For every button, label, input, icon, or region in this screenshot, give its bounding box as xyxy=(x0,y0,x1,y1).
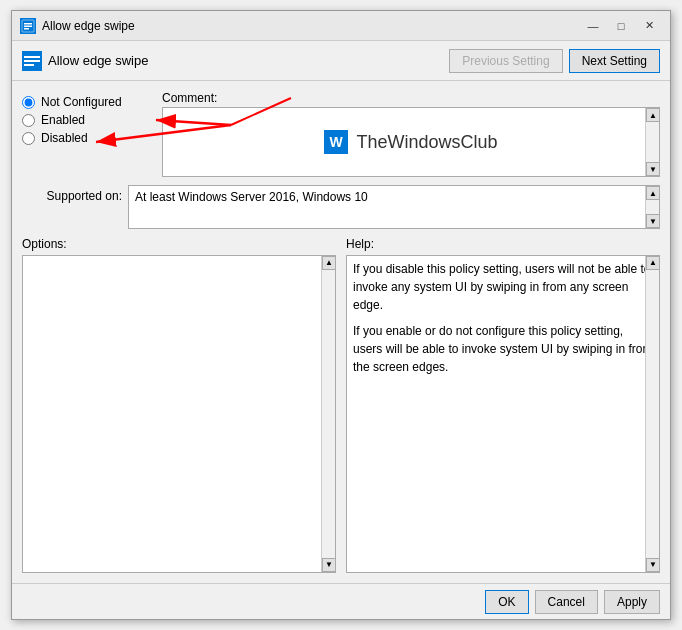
scroll-down-arrow3[interactable]: ▼ xyxy=(322,558,336,572)
options-label: Options: xyxy=(22,237,336,251)
radio-enabled[interactable]: Enabled xyxy=(22,113,152,127)
svg-rect-5 xyxy=(24,56,40,58)
radio-not-configured-input[interactable] xyxy=(22,96,35,109)
supported-value: At least Windows Server 2016, Windows 10 xyxy=(135,190,368,204)
radio-group: Not Configured Enabled Disabled xyxy=(22,91,152,145)
header-buttons: Previous Setting Next Setting xyxy=(449,49,660,73)
comment-box: W TheWindowsClub ▲ ▼ xyxy=(162,107,660,177)
radio-enabled-input[interactable] xyxy=(22,114,35,127)
prev-setting-button[interactable]: Previous Setting xyxy=(449,49,562,73)
supported-box: At least Windows Server 2016, Windows 10… xyxy=(128,185,660,229)
header-bar: Allow edge swipe Previous Setting Next S… xyxy=(12,41,670,81)
close-button[interactable]: ✕ xyxy=(636,17,662,35)
help-label: Help: xyxy=(346,237,660,251)
radio-not-configured-label: Not Configured xyxy=(41,95,122,109)
supported-section: Supported on: At least Windows Server 20… xyxy=(22,185,660,229)
svg-rect-1 xyxy=(24,23,32,25)
ok-button[interactable]: OK xyxy=(485,590,528,614)
options-scrollbar[interactable]: ▲ ▼ xyxy=(321,256,335,572)
header-left: Allow edge swipe xyxy=(22,51,148,71)
twc-logo-icon: W xyxy=(324,130,348,154)
header-policy-icon xyxy=(22,51,42,71)
svg-rect-2 xyxy=(24,25,32,27)
svg-rect-7 xyxy=(24,64,34,66)
title-bar: Allow edge swipe — □ ✕ xyxy=(12,11,670,41)
footer: OK Cancel Apply xyxy=(12,583,670,619)
comment-box-inner: W TheWindowsClub xyxy=(324,130,497,154)
supported-scrollbar[interactable]: ▲ ▼ xyxy=(645,186,659,228)
comment-section: Comment: W TheWindowsClub xyxy=(162,91,660,177)
scroll-up-arrow4[interactable]: ▲ xyxy=(646,256,660,270)
svg-text:W: W xyxy=(330,134,344,150)
options-panel: Options: ▲ ▼ xyxy=(22,237,336,573)
top-section: Not Configured Enabled Disabled Comment: xyxy=(22,91,660,177)
cancel-button[interactable]: Cancel xyxy=(535,590,598,614)
options-box: ▲ ▼ xyxy=(22,255,336,573)
svg-rect-3 xyxy=(24,28,29,30)
scroll-up-arrow3[interactable]: ▲ xyxy=(322,256,336,270)
radio-disabled[interactable]: Disabled xyxy=(22,131,152,145)
svg-rect-6 xyxy=(24,60,40,62)
radio-not-configured[interactable]: Not Configured xyxy=(22,95,152,109)
comment-scrollbar[interactable]: ▲ ▼ xyxy=(645,108,659,176)
window-title: Allow edge swipe xyxy=(42,19,135,33)
maximize-button[interactable]: □ xyxy=(608,17,634,35)
twc-logo-text: TheWindowsClub xyxy=(356,132,497,153)
scroll-down-arrow4[interactable]: ▼ xyxy=(646,558,660,572)
help-paragraph-1: If you disable this policy setting, user… xyxy=(353,260,653,314)
scroll-down-arrow2[interactable]: ▼ xyxy=(646,214,660,228)
help-box: If you disable this policy setting, user… xyxy=(346,255,660,573)
scroll-up-arrow[interactable]: ▲ xyxy=(646,108,660,122)
scroll-up-arrow2[interactable]: ▲ xyxy=(646,186,660,200)
help-panel: Help: If you disable this policy setting… xyxy=(346,237,660,573)
radio-disabled-label: Disabled xyxy=(41,131,88,145)
help-scrollbar[interactable]: ▲ ▼ xyxy=(645,256,659,572)
two-panel: Options: ▲ ▼ Help: If you disable this p… xyxy=(22,237,660,573)
next-setting-button[interactable]: Next Setting xyxy=(569,49,660,73)
radio-enabled-label: Enabled xyxy=(41,113,85,127)
header-title: Allow edge swipe xyxy=(48,53,148,68)
main-window: Allow edge swipe — □ ✕ Allow edg xyxy=(11,10,671,620)
title-bar-left: Allow edge swipe xyxy=(20,18,135,34)
scroll-down-arrow[interactable]: ▼ xyxy=(646,162,660,176)
comment-label: Comment: xyxy=(162,91,660,105)
radio-disabled-input[interactable] xyxy=(22,132,35,145)
title-controls: — □ ✕ xyxy=(580,17,662,35)
apply-button[interactable]: Apply xyxy=(604,590,660,614)
minimize-button[interactable]: — xyxy=(580,17,606,35)
help-paragraph-2: If you enable or do not configure this p… xyxy=(353,322,653,376)
supported-label: Supported on: xyxy=(22,185,122,203)
content-area: Not Configured Enabled Disabled Comment: xyxy=(12,81,670,583)
policy-icon xyxy=(20,18,36,34)
